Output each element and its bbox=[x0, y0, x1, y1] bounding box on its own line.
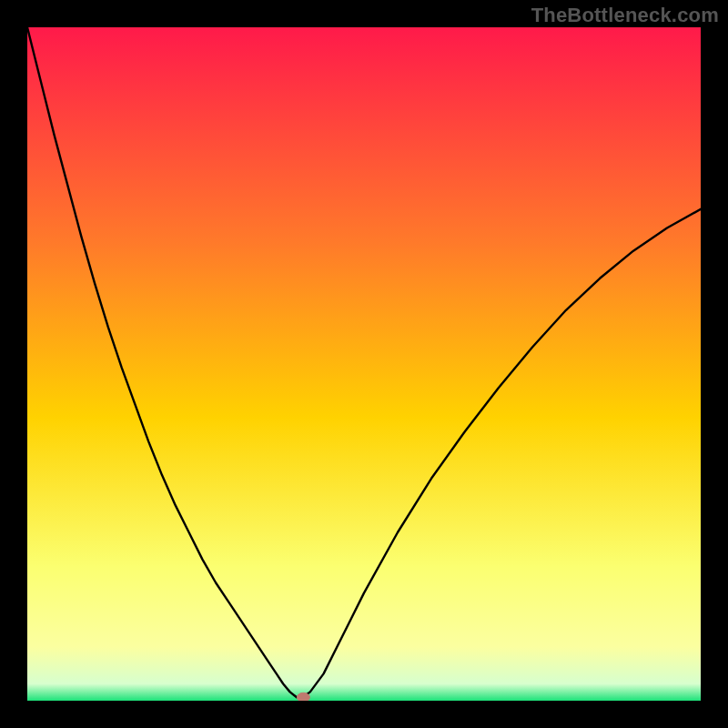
watermark-text: TheBottleneck.com bbox=[531, 4, 719, 27]
chart-svg bbox=[27, 27, 701, 701]
plot-area bbox=[27, 27, 701, 701]
marker-dot bbox=[297, 693, 309, 701]
chart-frame: TheBottleneck.com bbox=[0, 0, 728, 728]
gradient-background bbox=[27, 27, 701, 701]
